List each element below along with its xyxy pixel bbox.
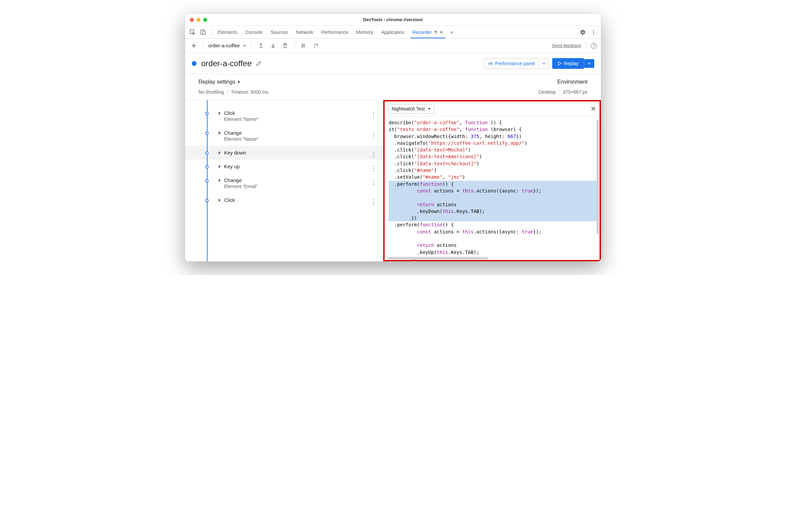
chevron-down-icon[interactable]	[242, 44, 247, 48]
caret-right-icon	[219, 199, 221, 202]
svg-point-4	[593, 31, 594, 32]
step-menu-icon[interactable]: ⋮	[370, 198, 377, 206]
code-line: return actions	[389, 201, 598, 208]
svg-point-3	[593, 30, 594, 31]
step-item[interactable]: ClickElement "Name"⋮	[185, 106, 383, 126]
step-menu-icon[interactable]: ⋮	[370, 164, 377, 172]
code-line	[389, 194, 598, 201]
code-line	[389, 235, 598, 242]
env-size: 375×667 px	[563, 89, 587, 95]
caret-right-icon	[219, 179, 221, 182]
code-line: describe("order-a-coffee", function () {	[389, 119, 598, 126]
close-tab-icon[interactable]: ✕	[439, 29, 443, 35]
horizontal-scrollbar[interactable]	[387, 257, 488, 259]
step-item[interactable]: Key up⋮	[185, 160, 383, 173]
tab-sources[interactable]: Sources	[267, 26, 292, 38]
code-line: browser.windowRect({width: 375, height: …	[389, 133, 598, 140]
code-line: .click("[data-test=Mocha]")	[389, 146, 598, 153]
flask-icon: ⚗	[434, 30, 437, 34]
step-title: Key up	[224, 164, 240, 169]
code-line: it("tests order-a-coffee", function (bro…	[389, 126, 598, 133]
environment-label: Environment	[557, 79, 587, 85]
code-line: .perform(function() {	[389, 221, 598, 228]
code-line: .navigateTo("https://coffee-cart.netlify…	[389, 140, 598, 146]
delete-icon[interactable]	[280, 41, 290, 50]
step-title: Click	[224, 197, 235, 203]
devtools-tabs: Elements Console Sources Network Perform…	[185, 26, 601, 39]
more-tabs-icon[interactable]: »	[447, 29, 456, 35]
recording-name-select[interactable]: order-a-coffee	[208, 43, 240, 48]
edit-title-icon[interactable]	[256, 61, 262, 67]
step-menu-icon[interactable]: ⋮	[370, 151, 377, 159]
step-item[interactable]: Click⋮	[185, 193, 383, 207]
step-menu-icon[interactable]: ⋮	[370, 111, 377, 119]
tab-network[interactable]: Network	[292, 26, 317, 38]
devtools-window: DevTools - chrome://version/ Elements Co…	[185, 14, 601, 262]
caret-right-icon	[238, 80, 240, 84]
add-recording-button[interactable]	[189, 41, 199, 50]
step-title: Click	[224, 110, 235, 116]
inspect-icon[interactable]	[188, 27, 197, 37]
import-icon[interactable]	[269, 41, 278, 50]
step-item[interactable]: ChangeElement "Email"⋮	[185, 173, 383, 193]
step-item[interactable]: Key down⋮	[185, 146, 383, 160]
code-line: .keyUp(this.Keys.TAB);	[389, 249, 598, 256]
code-line: .click("[data-test=Americano]")	[389, 153, 598, 160]
svg-rect-2	[203, 31, 205, 34]
replay-button[interactable]: Replay	[552, 58, 594, 69]
timeout-value: Timeout: 5000 ms	[231, 89, 269, 95]
code-line: .setValue("#name", "jec")	[389, 174, 598, 180]
caret-right-icon	[219, 165, 221, 168]
window-title: DevTools - chrome://version/	[185, 17, 601, 22]
code-line: })	[389, 215, 598, 221]
tab-memory[interactable]: Memory	[352, 26, 377, 38]
performance-panel-split[interactable]	[539, 60, 549, 68]
code-line: .click("[data-test=checkout]")	[389, 160, 598, 167]
recording-title: order-a-coffee	[201, 59, 252, 68]
recorder-toolbar: order-a-coffee Send feedback ?	[185, 39, 601, 53]
replay-settings-toggle[interactable]: Replay settings	[199, 79, 240, 85]
export-format-dropdown[interactable]: Nightwatch Test	[388, 104, 435, 114]
device-toggle-icon[interactable]	[199, 27, 208, 37]
performance-panel-button[interactable]: Performance panel	[483, 58, 549, 69]
vertical-scrollbar[interactable]	[597, 120, 599, 234]
play-icon	[558, 62, 562, 66]
caret-down-icon	[427, 107, 431, 111]
tab-application[interactable]: Application	[377, 26, 409, 38]
step-menu-icon[interactable]: ⋮	[370, 131, 377, 139]
step-subtitle: Element "Name"	[224, 136, 383, 142]
step-title: Change	[224, 130, 242, 136]
settings-sub-row: No throttling Timeout: 5000 ms Desktop 3…	[185, 86, 601, 100]
code-line: .perform(function() {	[389, 181, 598, 187]
code-line: .keyDown(this.Keys.TAB);	[389, 208, 598, 215]
export-icon[interactable]	[256, 41, 266, 50]
svg-point-6	[314, 46, 315, 47]
gear-icon[interactable]	[578, 27, 587, 37]
step-title: Change	[224, 177, 242, 183]
gauge-icon	[488, 61, 493, 66]
replay-split[interactable]	[584, 59, 594, 68]
caret-right-icon	[219, 131, 221, 135]
step-subtitle: Element "Name"	[224, 117, 383, 122]
recording-header: order-a-coffee Performance panel Replay	[185, 53, 601, 74]
step-menu-icon[interactable]: ⋮	[370, 178, 377, 186]
close-code-panel-icon[interactable]: ✕	[591, 105, 596, 113]
settings-row: Replay settings Environment	[185, 74, 601, 86]
step-icon[interactable]	[312, 41, 321, 50]
tab-elements[interactable]: Elements	[214, 26, 241, 38]
code-panel: Nightwatch Test ✕ describe("order-a-coff…	[383, 100, 601, 261]
continue-icon[interactable]	[300, 41, 309, 50]
step-item[interactable]: ChangeElement "Name"⋮	[185, 126, 383, 146]
code-line: const actions = this.actions({async: tru…	[389, 228, 598, 235]
caret-right-icon	[219, 112, 221, 115]
send-feedback-link[interactable]: Send feedback	[552, 43, 581, 48]
env-device: Desktop	[538, 89, 556, 95]
tab-recorder[interactable]: Recorder ⚗ ✕	[409, 26, 448, 38]
svg-point-7	[490, 65, 491, 65]
tab-performance[interactable]: Performance	[317, 26, 352, 38]
tab-console[interactable]: Console	[241, 26, 267, 38]
kebab-menu-icon[interactable]	[589, 27, 598, 37]
step-title: Key down	[224, 150, 246, 156]
code-body[interactable]: describe("order-a-coffee", function () {…	[385, 117, 600, 260]
help-icon[interactable]: ?	[591, 43, 597, 49]
